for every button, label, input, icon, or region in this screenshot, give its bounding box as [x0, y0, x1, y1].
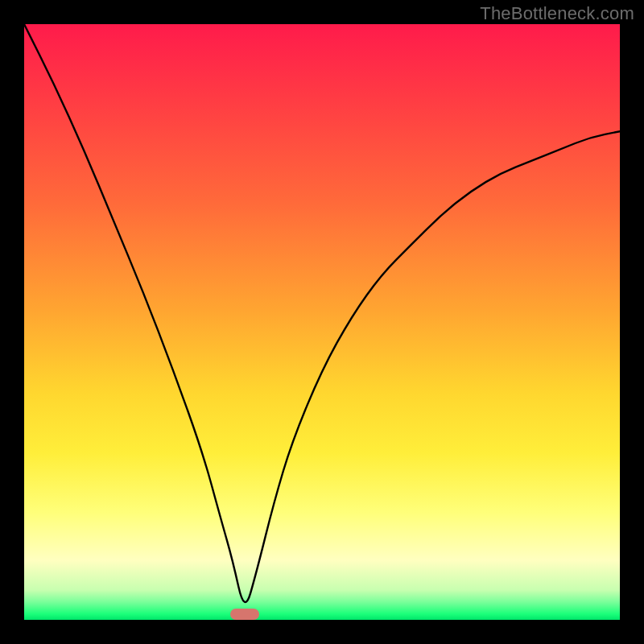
curve-layer: [24, 24, 620, 620]
bottleneck-minimum-marker: [230, 609, 259, 620]
plot-area: [24, 24, 620, 620]
chart-frame: TheBottleneck.com: [0, 0, 644, 644]
bottleneck-curve: [24, 24, 620, 602]
watermark-text: TheBottleneck.com: [480, 3, 634, 24]
